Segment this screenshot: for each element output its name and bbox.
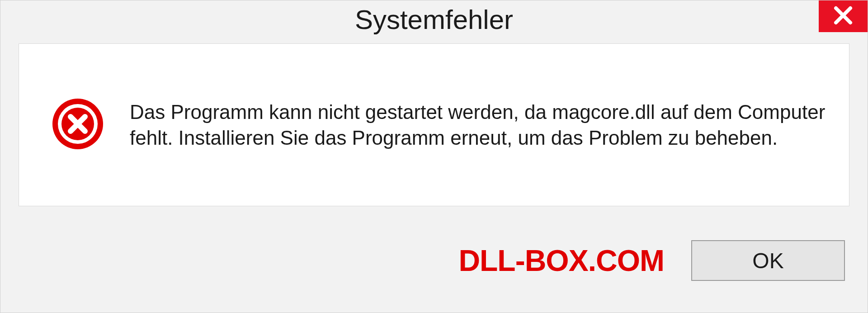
error-message: Das Programm kann nicht gestartet werden… — [130, 99, 826, 151]
dialog-title: Systemfehler — [355, 4, 513, 35]
titlebar: Systemfehler — [0, 0, 868, 39]
error-icon — [51, 97, 105, 153]
ok-button[interactable]: OK — [691, 240, 845, 281]
footer: DLL-BOX.COM OK — [0, 222, 868, 313]
content-panel: Das Programm kann nicht gestartet werden… — [19, 43, 849, 206]
close-icon — [833, 5, 853, 27]
close-button[interactable] — [819, 0, 868, 32]
watermark-text: DLL-BOX.COM — [458, 243, 664, 278]
